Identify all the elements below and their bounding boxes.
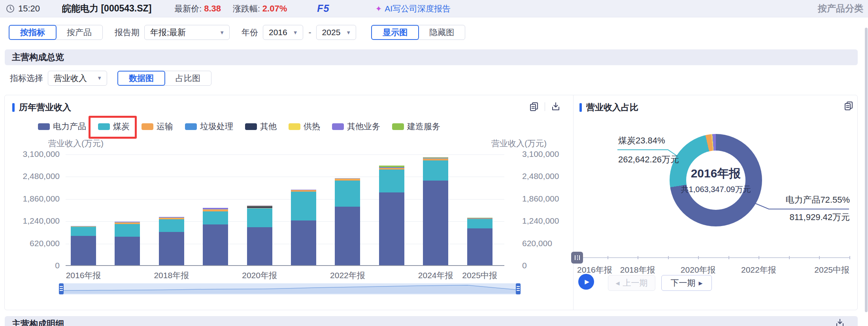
bar-segment[interactable] <box>379 168 404 170</box>
clock-icon <box>6 4 15 13</box>
bar-segment[interactable] <box>71 236 96 265</box>
timeline-tick <box>608 256 608 259</box>
bar-segment[interactable] <box>379 170 404 192</box>
year-from-select[interactable]: 2016 ▼ <box>263 25 303 40</box>
report-period-select[interactable]: 年报;最新 ▼ <box>144 25 230 40</box>
show-chart-button[interactable]: 显示图 <box>371 25 419 40</box>
bar-segment[interactable] <box>467 219 492 219</box>
bar-segment[interactable] <box>159 219 184 232</box>
section-title: 主营构成总览 <box>12 51 64 63</box>
y-axis-label: 1,860,000 <box>522 194 581 204</box>
bar-segment[interactable] <box>291 190 316 192</box>
bar-segment[interactable] <box>71 226 96 226</box>
legend-item[interactable]: 其他 <box>245 121 277 132</box>
legend-swatch <box>142 123 153 130</box>
bar-segment[interactable] <box>203 224 228 265</box>
datazoom-brush[interactable] <box>61 283 518 294</box>
bar-segment[interactable] <box>467 219 492 228</box>
timeline-tick <box>668 256 669 259</box>
brush-handle-right[interactable] <box>516 283 521 294</box>
legend-item[interactable]: 运输 <box>142 121 173 132</box>
callout-line-power <box>749 201 850 211</box>
brush-handle-left[interactable] <box>59 283 64 294</box>
prev-period-button[interactable]: ◀ 上一期 <box>608 275 655 291</box>
indicator-select[interactable]: 营业收入 ▼ <box>48 71 107 86</box>
callout-power-value: 811,929.42万元 <box>751 211 850 223</box>
bar-segment[interactable] <box>159 218 184 219</box>
bar-segment[interactable] <box>423 181 448 265</box>
bar-segment[interactable] <box>291 190 316 190</box>
donut-chart-title: 营业收入占比 <box>586 102 638 113</box>
left-panel-title: 历年营业收入 <box>12 102 71 113</box>
bar-segment[interactable] <box>115 223 140 224</box>
download-icon[interactable] <box>551 102 561 112</box>
report-period-value: 年报;最新 <box>150 27 186 38</box>
bar-segment[interactable] <box>247 208 272 228</box>
chevron-down-icon: ▼ <box>346 30 351 36</box>
bar-segment[interactable] <box>335 179 360 181</box>
timeline-tick <box>698 256 699 259</box>
next-period-button[interactable]: 下一期 ▶ <box>661 275 712 291</box>
bar-segment[interactable] <box>379 167 404 168</box>
bar-segment[interactable] <box>115 224 140 236</box>
bar-segment[interactable] <box>379 192 404 265</box>
year-to-select[interactable]: 2025 ▼ <box>316 25 357 40</box>
bar-segment[interactable] <box>115 237 140 265</box>
bar-segment[interactable] <box>379 168 404 168</box>
y-axis-title-left: 营业收入(万元) <box>48 138 104 149</box>
bar-segment[interactable] <box>335 207 360 265</box>
stock-title: 皖能电力 [000543.SZ] <box>62 2 151 15</box>
bar-segment[interactable] <box>203 208 228 209</box>
tab-by-product[interactable]: 按产品 <box>56 25 102 40</box>
bar-segment[interactable] <box>159 232 184 265</box>
legend-item[interactable]: 建造服务 <box>392 121 440 132</box>
bar-segment[interactable] <box>423 159 448 160</box>
bar-segment[interactable] <box>379 167 404 168</box>
legend-item[interactable]: 其他业务 <box>332 121 380 132</box>
ai-report-link[interactable]: ✦ AI写公司深度报告 <box>375 3 451 14</box>
bar-segment[interactable] <box>247 208 272 208</box>
copy-icon[interactable] <box>843 101 854 111</box>
stacked-bar-chart[interactable]: 00620,000620,0001,240,0001,240,0001,860,… <box>66 155 504 266</box>
x-axis-label: 2022年报 <box>330 270 365 281</box>
legend-item[interactable]: 垃圾处理 <box>185 121 233 132</box>
bar-segment[interactable] <box>423 160 448 181</box>
bar-segment[interactable] <box>247 206 272 208</box>
bar-segment[interactable] <box>203 211 228 224</box>
prev-period-label: 上一期 <box>623 277 648 288</box>
bar-segment[interactable] <box>71 226 96 236</box>
section-header-overview: 主营构成总览 <box>5 49 858 65</box>
legend-item[interactable]: 电力产品 <box>38 121 86 132</box>
download-icon[interactable] <box>835 318 845 326</box>
timeline-slider[interactable] <box>577 257 849 258</box>
bar-segment[interactable] <box>291 220 316 265</box>
legend-item[interactable]: 供热 <box>289 121 320 132</box>
hide-chart-button[interactable]: 隐藏图 <box>419 25 465 40</box>
bar-segment[interactable] <box>115 222 140 222</box>
chevron-down-icon: ▼ <box>219 30 225 36</box>
y-axis-label: 2,480,000 <box>6 171 60 181</box>
bar-segment[interactable] <box>203 209 228 210</box>
bar-segment[interactable] <box>335 178 360 179</box>
bar-segment[interactable] <box>203 210 228 211</box>
bar-segment[interactable] <box>467 228 492 265</box>
play-button[interactable]: ▶ <box>578 274 594 290</box>
section-header-detail: 主营构成明细 <box>5 316 858 326</box>
bar-segment[interactable] <box>423 157 448 158</box>
bar-segment[interactable] <box>247 227 272 265</box>
bar-segment[interactable] <box>291 192 316 220</box>
bar-segment[interactable] <box>423 158 448 159</box>
bar-segment[interactable] <box>335 181 360 207</box>
bar-segment[interactable] <box>159 217 184 218</box>
timeline-label: 2022年报 <box>741 264 776 275</box>
bar-segment[interactable] <box>247 205 272 206</box>
legend-label: 供热 <box>304 121 320 132</box>
tab-data-chart[interactable]: 数据图 <box>117 71 165 86</box>
copy-icon[interactable] <box>529 102 539 112</box>
bar-segment[interactable] <box>379 166 404 167</box>
tab-by-indicator[interactable]: 按指标 <box>9 25 57 40</box>
bar-segment[interactable] <box>247 206 272 206</box>
tab-ratio-chart[interactable]: 占比图 <box>165 71 211 85</box>
vertical-scrollbar[interactable] <box>865 28 868 312</box>
bar-segment[interactable] <box>467 218 492 219</box>
